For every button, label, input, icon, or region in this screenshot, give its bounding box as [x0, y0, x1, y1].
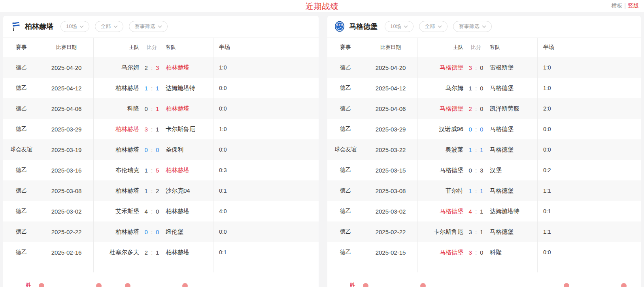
match-competition: 德乙	[3, 187, 40, 194]
away-goals: 5	[156, 167, 159, 174]
match-competition: 德乙	[3, 249, 40, 256]
match-score: 0 : 0	[142, 229, 161, 235]
competition-filter-dropdown[interactable]: 赛事筛选	[453, 21, 492, 32]
match-score: 4 : 0	[142, 208, 161, 215]
match-row[interactable]: 德乙 2025-03-02 马格德堡 4 : 1 达姆施塔特 0:1	[327, 201, 641, 221]
away-goals: 0	[156, 146, 159, 153]
match-row[interactable]: 德乙 2025-04-20 乌尔姆 2 : 3 柏林赫塔 1:0	[3, 57, 319, 78]
match-row[interactable]: 德乙 2025-02-16 杜塞尔多夫 2 : 1 柏林赫塔 0:1	[3, 242, 319, 263]
match-competition: 德乙	[327, 249, 364, 256]
score-colon: :	[475, 249, 477, 256]
halftime-score: 0:1	[213, 188, 319, 194]
match-row[interactable]: 德乙 2025-03-08 柏林赫塔 1 : 2 沙尔克04 0:1	[3, 180, 319, 201]
away-team-name: 马格德堡	[485, 187, 537, 195]
match-row[interactable]: 德乙 2025-04-12 柏林赫塔 1 : 1 达姆施塔特 0:0	[3, 78, 319, 98]
away-team-name: 圣保利	[161, 146, 213, 154]
home-team-name: 柏林赫塔	[93, 187, 142, 195]
match-competition: 德乙	[3, 105, 40, 112]
match-competition: 德乙	[327, 64, 364, 71]
match-score: 0 : 0	[142, 146, 161, 153]
result-legend: 胜	[3, 282, 319, 287]
match-date: 2025-02-15	[364, 249, 417, 256]
match-row[interactable]: 德乙 2025-02-22 柏林赫塔 0 : 0 纽伦堡 0:0	[3, 221, 319, 242]
magdeburg-badge-icon: 1.FC	[334, 21, 346, 32]
match-date: 2025-03-02	[364, 208, 417, 215]
team-panel-right: 1.FC 马格德堡 10场 全部 赛事筛选 赛事 比赛日期 主队 比分 客队 半…	[327, 16, 641, 287]
team-name: 马格德堡	[349, 22, 378, 31]
match-row[interactable]: 德乙 2025-02-22 卡尔斯鲁厄 3 : 1 马格德堡 1:1	[327, 221, 641, 242]
home-goals: 0	[145, 146, 148, 153]
halftime-score: 1:1	[537, 229, 641, 235]
chevron-down-icon	[404, 25, 408, 28]
team-name: 柏林赫塔	[25, 22, 53, 31]
halftime-score: 0:1	[213, 249, 319, 255]
chevron-down-icon	[482, 25, 486, 28]
match-count-dropdown[interactable]: 10场	[60, 21, 89, 32]
win-dot	[125, 283, 130, 287]
match-score: 1 : 1	[142, 85, 161, 92]
venue-value: 全部	[100, 23, 111, 30]
match-row[interactable]: 德乙 2025-02-15 马格德堡 3 : 0 科隆 0:0	[327, 242, 641, 263]
venue-dropdown[interactable]: 全部	[95, 21, 123, 32]
match-row[interactable]: 球会友谊 2025-03-19 柏林赫塔 0 : 0 圣保利 0:0	[3, 139, 319, 160]
match-competition: 球会友谊	[327, 146, 364, 153]
home-team-name: 菲尔特	[417, 187, 466, 195]
away-team-name: 马格德堡	[485, 84, 537, 92]
toggle-vertical-link[interactable]: 竖版	[628, 2, 639, 9]
home-team-name: 马格德堡	[417, 208, 466, 215]
match-row[interactable]: 德乙 2025-04-06 科隆 0 : 1 柏林赫塔 0:0	[3, 98, 319, 119]
col-header-home: 主队	[417, 44, 466, 51]
match-row[interactable]: 球会友谊 2025-03-22 奥波莱 1 : 1 马格德堡 0:0	[327, 139, 641, 160]
match-row[interactable]: 德乙 2025-03-02 艾禾斯堡 4 : 0 柏林赫塔 4:0	[3, 201, 319, 221]
legend-win-label: 胜	[25, 282, 31, 287]
match-date: 2025-02-22	[40, 229, 93, 235]
match-row[interactable]: 德乙 2025-03-29 汉诺威96 0 : 0 马格德堡 0:0	[327, 119, 641, 139]
match-date: 2025-04-12	[40, 85, 93, 92]
match-count-dropdown[interactable]: 10场	[385, 21, 414, 32]
away-goals: 1	[480, 188, 483, 194]
page-title: 近期战绩	[0, 1, 644, 12]
match-row[interactable]: 德乙 2025-04-12 乌尔姆 1 : 0 马格德堡 1:0	[327, 78, 641, 98]
away-team-name: 纽伦堡	[161, 228, 213, 236]
away-goals: 0	[156, 208, 159, 215]
match-competition: 德乙	[327, 208, 364, 215]
score-colon: :	[475, 64, 477, 71]
match-row[interactable]: 德乙 2025-03-08 菲尔特 1 : 1 马格德堡 1:1	[327, 180, 641, 201]
match-competition: 德乙	[3, 228, 40, 235]
match-row[interactable]: 德乙 2025-03-15 马格德堡 0 : 3 汉堡 0:2	[327, 160, 641, 180]
match-score: 3 : 1	[466, 229, 485, 235]
match-row[interactable]: 德乙 2025-03-29 柏林赫塔 3 : 1 卡尔斯鲁厄 1:0	[3, 119, 319, 139]
match-competition: 德乙	[327, 84, 364, 92]
away-goals: 0	[480, 85, 483, 92]
match-competition: 德乙	[3, 167, 40, 174]
match-score: 1 : 1	[466, 146, 485, 153]
match-score: 3 : 1	[142, 126, 161, 133]
match-date: 2025-03-22	[364, 146, 417, 153]
away-team-name: 柏林赫塔	[161, 105, 213, 113]
away-team-name: 雷根斯堡	[485, 64, 537, 71]
away-goals: 0	[156, 229, 159, 235]
away-team-name: 汉堡	[485, 167, 537, 174]
match-row[interactable]: 德乙 2025-04-20 马格德堡 3 : 0 雷根斯堡 1:0	[327, 57, 641, 78]
competition-filter-value: 赛事筛选	[134, 23, 155, 30]
away-team-name: 柏林赫塔	[161, 208, 213, 215]
toggle-horizontal-link[interactable]: 横板	[611, 2, 622, 9]
score-colon: :	[151, 167, 153, 174]
match-row[interactable]: 德乙 2025-04-06 马格德堡 2 : 0 凯泽斯劳滕 2:0	[327, 98, 641, 119]
halftime-score: 0:0	[213, 146, 319, 153]
score-colon: :	[475, 229, 477, 235]
match-row[interactable]: 德乙 2025-03-16 布伦瑞克 1 : 5 柏林赫塔 0:3	[3, 160, 319, 180]
col-header-score: 比分	[142, 44, 161, 51]
competition-filter-dropdown[interactable]: 赛事筛选	[129, 21, 168, 32]
home-goals: 4	[145, 208, 148, 215]
away-goals: 3	[156, 64, 159, 71]
col-header-score: 比分	[466, 44, 485, 51]
score-colon: :	[475, 146, 477, 153]
col-header-competition: 赛事	[327, 44, 364, 51]
home-goals: 1	[145, 188, 148, 194]
away-goals: 1	[156, 105, 159, 112]
win-dot	[39, 283, 44, 287]
home-team-name: 柏林赫塔	[93, 146, 142, 154]
away-goals: 0	[480, 105, 483, 112]
venue-dropdown[interactable]: 全部	[419, 21, 448, 32]
